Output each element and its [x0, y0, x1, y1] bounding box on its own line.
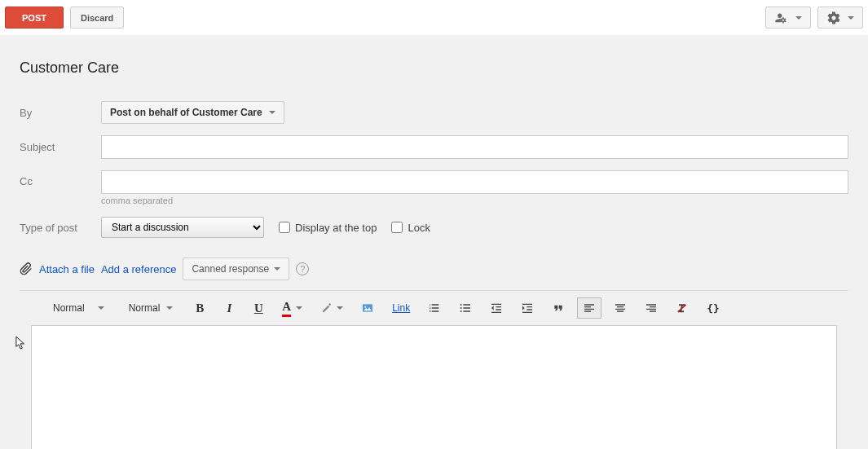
canned-response-dropdown[interactable]: Canned response [183, 258, 289, 280]
behalf-text: Post on behalf of Customer Care [110, 107, 262, 118]
align-center-button[interactable] [608, 297, 632, 319]
ordered-list-icon [428, 302, 441, 315]
outdent-icon [490, 302, 503, 315]
subject-input[interactable] [101, 135, 848, 159]
indent-button[interactable] [515, 297, 540, 319]
caret-down-icon [296, 306, 302, 310]
clear-format-button[interactable] [670, 297, 694, 319]
by-label: By [20, 107, 101, 119]
clear-format-icon [676, 302, 689, 315]
editor-content[interactable] [31, 325, 837, 449]
post-on-behalf-dropdown[interactable]: Post on behalf of Customer Care [101, 101, 284, 124]
help-icon[interactable]: ? [296, 262, 309, 275]
by-row: By Post on behalf of Customer Care [20, 101, 848, 124]
top-bar: Post Discard [0, 0, 868, 35]
page-title: Customer Care [8, 59, 860, 77]
font-family-dropdown[interactable]: Normal [120, 297, 183, 319]
type-row: Type of post Start a discussion Display … [20, 217, 848, 238]
svg-point-3 [460, 307, 462, 309]
unordered-list-button[interactable] [453, 297, 478, 319]
bullet-list-icon [459, 302, 472, 315]
user-settings-button[interactable] [765, 7, 811, 29]
display-top-checkbox[interactable] [279, 222, 290, 233]
code-block-button[interactable]: {} [701, 297, 725, 319]
underline-button[interactable]: U [247, 297, 270, 319]
cc-row: Cc comma separated [20, 170, 848, 205]
gear-icon [826, 11, 841, 25]
caret-down-icon [337, 306, 343, 310]
insert-image-button[interactable] [355, 297, 380, 319]
align-right-icon [645, 302, 658, 315]
add-reference-link[interactable]: Add a reference [101, 263, 177, 275]
top-bar-right [765, 7, 863, 29]
attach-row: Attach a file Add a reference Canned res… [20, 249, 848, 291]
cc-input[interactable] [101, 170, 848, 194]
image-icon [361, 302, 374, 315]
lock-group: Lock [391, 222, 430, 234]
caret-down-icon [98, 306, 104, 310]
svg-point-2 [460, 304, 462, 306]
top-bar-left: Post Discard [5, 7, 124, 29]
bold-button[interactable]: B [188, 297, 211, 319]
quote-icon [552, 302, 565, 315]
person-gear-icon [774, 11, 789, 25]
lock-checkbox[interactable] [391, 222, 403, 233]
caret-down-icon [166, 306, 173, 310]
ordered-list-button[interactable] [422, 297, 447, 319]
blockquote-button[interactable] [546, 297, 571, 319]
highlighter-icon [320, 302, 333, 315]
settings-button[interactable] [817, 7, 863, 29]
block-format-dropdown[interactable]: Normal [44, 297, 113, 319]
editor-toolbar: Normal Normal B I U A Link [20, 291, 848, 325]
outdent-button[interactable] [484, 297, 509, 319]
type-of-post-select[interactable]: Start a discussion [101, 217, 264, 238]
indent-icon [521, 302, 534, 315]
attach-file-link[interactable]: Attach a file [39, 263, 95, 275]
discard-button[interactable]: Discard [70, 7, 124, 29]
caret-down-icon [274, 267, 280, 271]
canned-label: Canned response [192, 263, 269, 275]
caret-down-icon [795, 16, 802, 20]
align-center-icon [614, 302, 627, 315]
cc-hint: comma separated [101, 196, 848, 205]
type-of-post-label: Type of post [20, 222, 101, 234]
caret-down-icon [848, 16, 854, 20]
text-color-button[interactable]: A [276, 297, 308, 319]
lock-label: Lock [408, 222, 430, 234]
display-top-label: Display at the top [295, 222, 377, 234]
subject-row: Subject [20, 135, 848, 159]
post-button[interactable]: Post [5, 7, 64, 29]
subject-label: Subject [20, 141, 101, 153]
compose-form: By Post on behalf of Customer Care Subje… [8, 101, 860, 449]
highlight-button[interactable] [315, 297, 349, 319]
align-right-button[interactable] [639, 297, 663, 319]
paperclip-icon [20, 262, 33, 275]
align-left-icon [583, 302, 596, 315]
display-top-group: Display at the top [279, 222, 377, 234]
caret-down-icon [269, 111, 275, 114]
insert-link-button[interactable]: Link [386, 297, 416, 319]
italic-button[interactable]: I [218, 297, 240, 319]
svg-point-4 [460, 310, 462, 312]
svg-point-1 [365, 306, 367, 308]
content-area: Customer Care By Post on behalf of Custo… [0, 35, 868, 449]
align-left-button[interactable] [577, 297, 601, 319]
cc-label: Cc [20, 170, 101, 187]
